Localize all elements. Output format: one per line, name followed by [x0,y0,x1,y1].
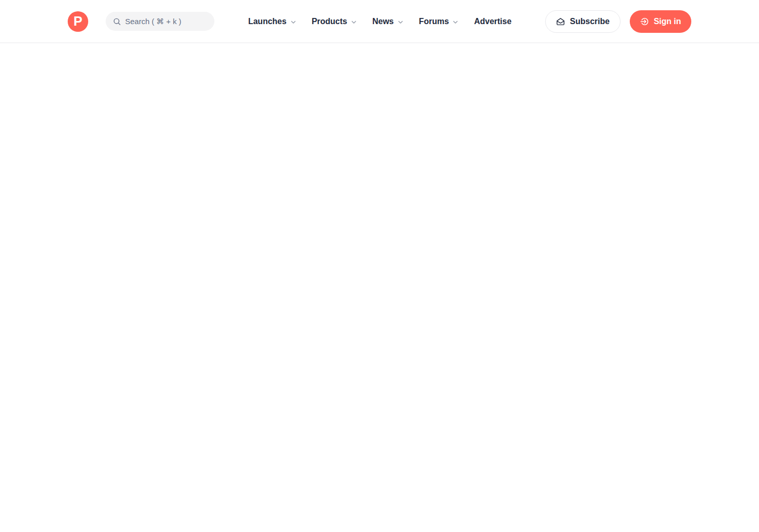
search-input[interactable] [125,17,207,26]
nav-item-label: Forums [419,17,449,26]
nav-item-launches[interactable]: Launches [248,17,296,26]
subscribe-button[interactable]: Subscribe [545,10,620,33]
login-arrow-icon [640,17,649,26]
site-header: P Launches [0,0,759,43]
sign-in-button[interactable]: Sign in [630,10,691,33]
nav-item-news[interactable]: News [372,17,404,26]
chevron-down-icon [452,19,458,25]
header-left-group: P [68,11,214,32]
nav-item-label: News [372,17,394,26]
header-container: P Launches [68,0,691,43]
subscribe-label: Subscribe [570,17,609,26]
sign-in-label: Sign in [654,17,681,26]
nav-item-products[interactable]: Products [312,17,357,26]
main-navigation: Launches Products [248,17,511,26]
product-hunt-logo[interactable]: P [68,11,88,32]
chevron-down-icon [290,19,296,25]
chevron-down-icon [351,19,357,25]
search-icon [113,17,121,26]
nav-item-label: Advertise [474,17,511,26]
chevron-down-icon [397,19,404,25]
mail-open-icon [556,17,565,26]
page: P Launches [0,0,759,532]
nav-item-label: Products [312,17,347,26]
nav-item-advertise[interactable]: Advertise [474,17,511,26]
nav-item-forums[interactable]: Forums [419,17,459,26]
header-right-group: Subscribe Sign in [545,10,691,33]
nav-item-label: Launches [248,17,287,26]
search-bar[interactable] [106,12,214,31]
page-content [0,43,759,531]
